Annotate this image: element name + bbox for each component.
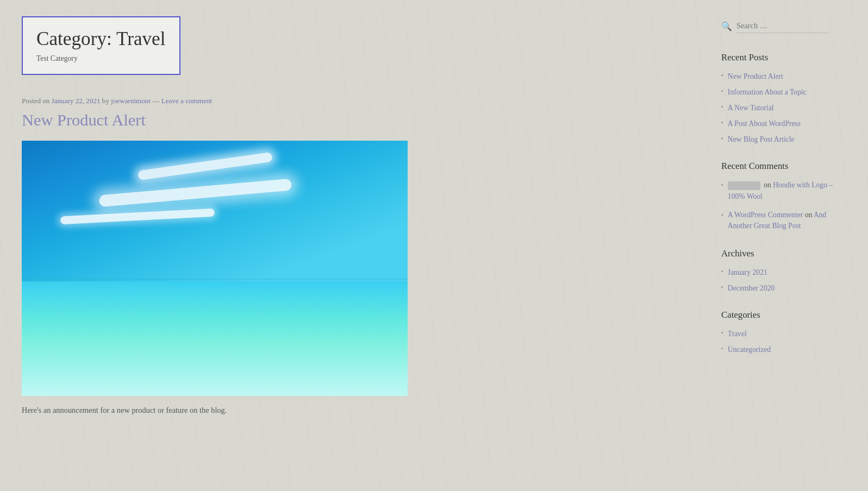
list-item: Information About a Topic (721, 87, 846, 97)
list-item: Travel (721, 329, 846, 339)
search-box: 🔍 (721, 16, 846, 33)
cloud-decoration-3 (60, 208, 215, 224)
cloud-decoration-2 (99, 178, 292, 207)
archive-link-1[interactable]: January 2021 (728, 267, 767, 278)
comment-item-2: A WordPress Commenter on And Another Gre… (721, 210, 846, 232)
categories-section: Categories Travel Uncategorized (721, 310, 846, 355)
post-date-link[interactable]: January 22, 2021 (52, 97, 101, 105)
horizon-line (22, 279, 408, 280)
recent-post-link-2[interactable]: Information About a Topic (728, 87, 807, 97)
archive-link-2[interactable]: December 2020 (728, 283, 775, 293)
main-content: Category: Travel Test Category Posted on… (22, 16, 700, 417)
sidebar: 🔍 Recent Posts New Product Alert Informa… (721, 16, 846, 417)
recent-comments-heading: Recent Comments (721, 161, 846, 172)
post-meta: Posted on January 22, 2021 by joewarnimo… (22, 97, 700, 105)
list-item: A Post About WordPress (721, 118, 846, 129)
commenter-link-2[interactable]: A WordPress Commenter (728, 211, 803, 219)
search-input[interactable] (736, 19, 829, 33)
recent-comments-section: Recent Comments on Hoodie with Logo – 10… (721, 161, 846, 232)
comment-text-2: A WordPress Commenter on And Another Gre… (728, 210, 846, 232)
category-description: Test Category (36, 54, 166, 63)
comment-text-1: on Hoodie with Logo – 100% Wool (728, 180, 846, 202)
recent-post-link-1[interactable]: New Product Alert (728, 71, 783, 81)
list-item: December 2020 (721, 283, 846, 293)
list-item: January 2021 (721, 267, 846, 278)
archives-list: January 2021 December 2020 (721, 267, 846, 293)
category-header: Category: Travel Test Category (22, 16, 180, 75)
recent-post-link-4[interactable]: A Post About WordPress (728, 118, 801, 129)
posted-on-label: Posted on (22, 97, 49, 105)
archives-heading: Archives (721, 248, 846, 259)
comment-on-2: on (805, 211, 814, 219)
categories-list: Travel Uncategorized (721, 329, 846, 355)
recent-posts-list: New Product Alert Information About a To… (721, 71, 846, 144)
list-item: Uncategorized (721, 344, 846, 355)
list-item: New Blog Post Article (721, 134, 846, 144)
comment-on-1: on (764, 181, 773, 189)
post-article: Posted on January 22, 2021 by joewarnimo… (22, 97, 700, 417)
list-item: New Product Alert (721, 71, 846, 81)
separator: — (152, 97, 159, 105)
post-title-link[interactable]: New Product Alert (22, 111, 700, 130)
recent-post-link-3[interactable]: A New Tutorial (728, 103, 774, 113)
search-icon: 🔍 (721, 21, 732, 32)
recent-posts-section: Recent Posts New Product Alert Informati… (721, 52, 846, 144)
recent-post-link-5[interactable]: New Blog Post Article (728, 134, 795, 144)
by-label: by (102, 97, 109, 105)
cloud-decoration-1 (138, 152, 273, 180)
post-excerpt: Here's an announcement for a new product… (22, 404, 700, 417)
leave-comment-link[interactable]: Leave a comment (161, 97, 212, 105)
category-link-2[interactable]: Uncategorized (728, 344, 771, 355)
category-link-1[interactable]: Travel (728, 329, 747, 339)
archives-section: Archives January 2021 December 2020 (721, 248, 846, 293)
categories-heading: Categories (721, 310, 846, 320)
page-wrapper: Category: Travel Test Category Posted on… (0, 0, 868, 433)
commenter-redacted (728, 181, 760, 190)
recent-posts-heading: Recent Posts (721, 52, 846, 63)
comment-item-1: on Hoodie with Logo – 100% Wool (721, 180, 846, 202)
list-item: A New Tutorial (721, 103, 846, 113)
author-link[interactable]: joewarnimont (111, 97, 151, 105)
post-featured-image (22, 141, 408, 396)
category-title: Category: Travel (36, 28, 166, 50)
